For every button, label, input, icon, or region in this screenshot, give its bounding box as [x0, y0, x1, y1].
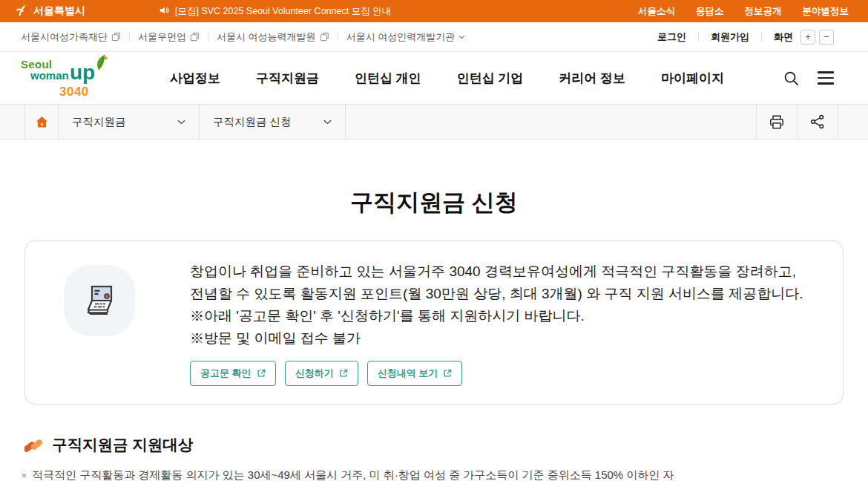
- family-site-label: 서울시 여성인력개발기관: [346, 30, 456, 44]
- intro-line: ※아래 '공고문 확인' 후 '신청하기'를 통해 지원하시기 바랍니다.: [190, 305, 803, 327]
- eligibility-bullet: 적극적인 구직활동과 경제활동 의지가 있는 30세~49세 서울시 거주, 미…: [22, 468, 844, 481]
- application-history-button-label: 신청내역 보기: [378, 367, 438, 380]
- apply-button-label: 신청하기: [295, 367, 334, 380]
- section-title: 구직지원금 지원대상: [52, 434, 193, 455]
- utility-bar: 서울시여성가족재단 서울우먼업 서울시 여성능력개발원 서울시 여성인력개발기관…: [0, 22, 868, 52]
- gov-link-eungdapso[interactable]: 응답소: [696, 5, 724, 18]
- seoul-city-logo-label: 서울특별시: [33, 4, 85, 18]
- share-icon: [810, 114, 825, 129]
- family-site-hrd-dropdown[interactable]: 서울시 여성인력개발기관: [346, 30, 466, 44]
- breadcrumb-dropdown-level1[interactable]: 구직지원금: [59, 105, 200, 139]
- chevron-down-icon: [323, 120, 332, 125]
- ledger-document-icon: [79, 281, 119, 321]
- external-link-icon: [339, 369, 348, 378]
- speaker-icon: [159, 5, 169, 18]
- external-link-icon: [111, 32, 121, 42]
- external-link-icon: [190, 32, 200, 42]
- application-history-button[interactable]: 신청내역 보기: [367, 361, 463, 386]
- external-link-icon: [320, 32, 329, 42]
- breadcrumb-left-gutter: [0, 105, 25, 139]
- notice-check-button-label: 공고문 확인: [200, 367, 251, 380]
- screen-zoom-label: 화면: [774, 30, 793, 44]
- intro-line: 전념할 수 있도록 활동지원 포인트(월 30만원 상당, 최대 3개월) 와 …: [190, 283, 803, 305]
- breadcrumb-spacer: [346, 105, 757, 139]
- search-icon[interactable]: [783, 70, 800, 87]
- apply-button[interactable]: 신청하기: [285, 361, 358, 386]
- zoom-out-button[interactable]: −: [819, 30, 834, 45]
- leaf-icon: [92, 53, 108, 74]
- family-site-foundation[interactable]: 서울시여성가족재단: [21, 30, 121, 44]
- intro-line: ※방문 및 이메일 접수 불가: [190, 327, 803, 350]
- utility-account-area: 로그인 회원가입 화면 + −: [657, 30, 834, 45]
- home-icon: [35, 115, 49, 129]
- family-site-label: 서울시여성가족재단: [21, 30, 108, 44]
- breadcrumb-right-gutter: [838, 105, 868, 139]
- gov-top-bar: 서울특별시 [모집] SVC 2025 Seoul Volunteer Conn…: [0, 0, 868, 22]
- screen-zoom-controls: + −: [800, 30, 834, 45]
- intro-line: 창업이나 취업을 준비하고 있는 서울거주 3040 경력보유여성에게 적극적인…: [190, 261, 803, 283]
- notice-check-button[interactable]: 공고문 확인: [190, 361, 276, 386]
- caret-down-icon: [458, 35, 465, 39]
- gov-quick-links: 서울소식 응답소 정보공개 분야별정보: [638, 5, 849, 18]
- logo-3040-text: 3040: [59, 85, 89, 99]
- external-link-icon: [443, 369, 452, 378]
- section-heading: 구직지원금 지원대상: [24, 434, 844, 455]
- breadcrumb-dropdown-level2[interactable]: 구직지원금 신청: [200, 105, 346, 139]
- breadcrumb-bar: 구직지원금 구직지원금 신청: [0, 104, 868, 140]
- chevron-down-icon: [177, 120, 185, 125]
- site-header: Seoul woman up 3040 사업정보 구직지원금 인턴십 개인 인턴…: [0, 52, 868, 104]
- site-logo[interactable]: Seoul woman up 3040: [21, 56, 111, 99]
- nav-item-business-info[interactable]: 사업정보: [170, 70, 220, 87]
- gov-link-info-by-field[interactable]: 분야별정보: [803, 5, 849, 18]
- announcement-banner[interactable]: [모집] SVC 2025 Seoul Volunteer Connect 모집…: [159, 5, 391, 18]
- divider: [698, 33, 699, 41]
- header-icons: [783, 70, 834, 87]
- divider: [208, 33, 208, 41]
- breadcrumb-dropdown-label: 구직지원금: [72, 115, 126, 129]
- menu-icon[interactable]: [818, 71, 834, 84]
- family-site-womanup[interactable]: 서울우먼업: [138, 30, 200, 44]
- orange-slashes-icon: [24, 436, 45, 454]
- family-site-label: 서울시 여성능력개발원: [217, 30, 316, 44]
- seoul-city-mark-icon: [15, 3, 29, 19]
- eligibility-section: 구직지원금 지원대상 적극적인 구직활동과 경제활동 의지가 있는 30세~49…: [24, 434, 844, 481]
- family-site-capability-center[interactable]: 서울시 여성능력개발원: [217, 30, 329, 44]
- external-link-icon: [257, 369, 266, 378]
- intro-card: 창업이나 취업을 준비하고 있는 서울거주 3040 경력보유여성에게 적극적인…: [24, 240, 844, 405]
- gov-link-info-disclosure[interactable]: 정보공개: [745, 5, 782, 18]
- print-button[interactable]: [757, 105, 798, 139]
- divider: [338, 33, 338, 41]
- share-button[interactable]: [798, 105, 838, 139]
- signup-link[interactable]: 회원가입: [711, 30, 749, 44]
- family-site-links: 서울시여성가족재단 서울우먼업 서울시 여성능력개발원 서울시 여성인력개발기관: [21, 30, 465, 44]
- logo-woman-text: woman: [30, 69, 69, 82]
- divider: [761, 33, 762, 41]
- nav-item-mypage[interactable]: 마이페이지: [661, 70, 724, 87]
- nav-item-internship-company[interactable]: 인턴십 기업: [457, 70, 524, 87]
- bullet-square-icon: [22, 474, 26, 477]
- nav-item-job-support-fund[interactable]: 구직지원금: [256, 70, 319, 87]
- intro-card-body: 창업이나 취업을 준비하고 있는 서울거주 3040 경력보유여성에게 적극적인…: [190, 261, 803, 386]
- print-icon: [769, 114, 785, 130]
- gov-link-news[interactable]: 서울소식: [638, 5, 675, 18]
- page-title: 구직지원금 신청: [0, 187, 868, 218]
- zoom-in-button[interactable]: +: [800, 30, 815, 45]
- seoul-city-logo[interactable]: 서울특별시: [15, 3, 134, 19]
- family-site-label: 서울우먼업: [138, 30, 186, 44]
- eligibility-bullet-text: 적극적인 구직활동과 경제활동 의지가 있는 30세~49세 서울시 거주, 미…: [32, 468, 674, 481]
- intro-card-icon-wrap: [64, 265, 135, 336]
- divider: [129, 33, 130, 41]
- nav-item-internship-individual[interactable]: 인턴십 개인: [355, 70, 421, 87]
- announcement-text: [모집] SVC 2025 Seoul Volunteer Connect 모집…: [175, 5, 391, 18]
- breadcrumb-dropdown-label: 구직지원금 신청: [213, 115, 292, 129]
- breadcrumb-home-button[interactable]: [25, 105, 59, 139]
- nav-item-career-info[interactable]: 커리어 정보: [559, 70, 625, 87]
- main-nav: 사업정보 구직지원금 인턴십 개인 인턴십 기업 커리어 정보 마이페이지: [170, 70, 724, 87]
- intro-card-buttons: 공고문 확인 신청하기 신청내역 보기: [190, 361, 803, 386]
- login-link[interactable]: 로그인: [657, 30, 686, 44]
